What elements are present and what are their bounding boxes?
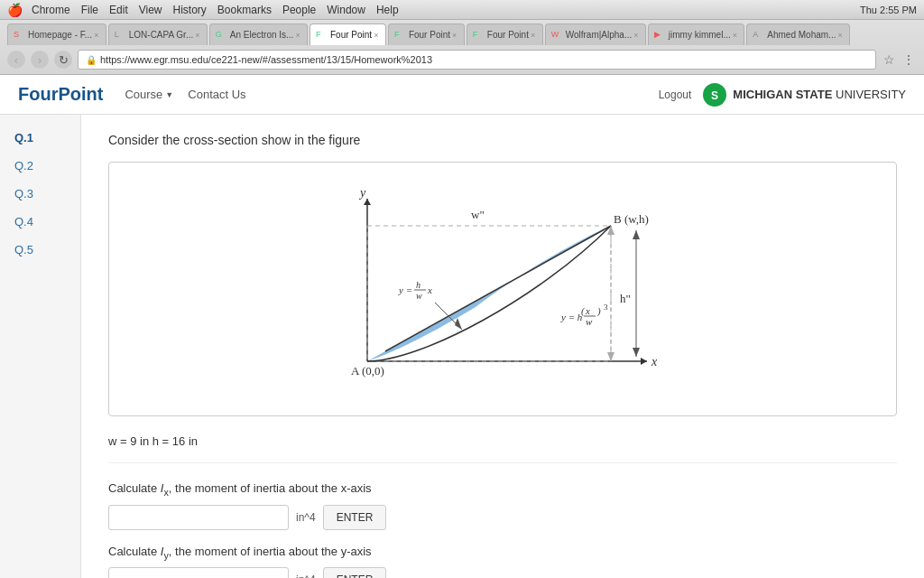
tab-label-electron: An Electron Is...	[230, 30, 294, 40]
msu-logo: S MICHIGAN STATE UNIVERSITY	[702, 82, 906, 107]
tab-label-homepage: Homepage - F...	[28, 30, 92, 40]
calc-ix-label: Calculate Ix, the moment of inertia abou…	[108, 481, 897, 498]
tab-label-fourpoint-2: Four Point	[409, 30, 450, 40]
tab-close-fourpoint-active[interactable]: ×	[372, 30, 380, 41]
help-menu[interactable]: Help	[376, 4, 399, 16]
apple-menu[interactable]: 🍎	[7, 3, 23, 17]
svg-text:y = h: y = h	[560, 312, 583, 322]
calc-iy-enter-button[interactable]: ENTER	[323, 567, 387, 578]
sidebar-item-q2[interactable]: Q.2	[0, 152, 80, 180]
tab-label-fourpoint-active: Four Point	[330, 30, 372, 40]
tab-favicon-fourpoint-2: F	[394, 30, 405, 41]
file-menu[interactable]: File	[81, 4, 98, 16]
svg-text:w: w	[416, 291, 422, 301]
system-status: Thu 2:55 PM	[860, 5, 917, 15]
tab-electron[interactable]: G An Electron Is... ×	[209, 23, 308, 45]
forward-button[interactable]: ›	[31, 51, 49, 69]
reload-button[interactable]: ↻	[54, 51, 72, 69]
calc-iy-input-row: in^4 ENTER	[108, 567, 897, 578]
title-bar: 🍎 Chrome File Edit View History Bookmark…	[0, 0, 924, 20]
fp-nav-course[interactable]: Course ▼	[117, 84, 180, 105]
tab-label-loncapa: LON-CAPA Gr...	[129, 30, 194, 40]
tab-fourpoint-2[interactable]: F Four Point ×	[388, 23, 465, 45]
tab-favicon-fourpoint-3: F	[473, 30, 484, 41]
bookmark-icon[interactable]: ☆	[882, 51, 897, 69]
tab-favicon-wolfram: W	[551, 30, 562, 41]
svg-text:): )	[596, 305, 601, 317]
fp-header: FourPoint Course ▼ Contact Us Logout S M…	[0, 75, 924, 115]
question-title: Consider the cross-section show in the f…	[108, 133, 897, 147]
fp-nav-contact[interactable]: Contact Us	[180, 84, 253, 105]
logout-button[interactable]: Logout	[659, 89, 692, 101]
clock: Thu 2:55 PM	[860, 5, 917, 15]
calc-iy-unit: in^4	[296, 573, 316, 578]
tab-close-ahmed[interactable]: ×	[836, 30, 844, 41]
tab-close-fourpoint-2[interactable]: ×	[450, 30, 458, 41]
dimensions-display: w = 9 in h = 16 in	[108, 434, 897, 463]
cross-section-figure: A (0,0) B (w,h) y x w" h" y =	[295, 181, 710, 397]
calc-ix-enter-button[interactable]: ENTER	[323, 505, 387, 530]
people-menu[interactable]: People	[282, 4, 316, 16]
tab-ahmed[interactable]: A Ahmed Moham... ×	[746, 23, 850, 45]
fp-nav-contact-label: Contact Us	[188, 88, 245, 101]
calc-iy-label-text: Calculate Iy, the moment of inertia abou…	[108, 545, 372, 558]
tab-close-fourpoint-3[interactable]: ×	[529, 30, 537, 41]
settings-icon[interactable]: ⋮	[901, 51, 917, 69]
tab-close-wolfram[interactable]: ×	[632, 30, 640, 41]
calc-iy-input[interactable]	[108, 567, 289, 578]
sidebar-item-q4[interactable]: Q.4	[0, 208, 80, 236]
tab-fourpoint-3[interactable]: F Four Point ×	[467, 23, 543, 45]
view-menu[interactable]: View	[139, 4, 162, 16]
tab-homepage[interactable]: S Homepage - F... ×	[7, 23, 106, 45]
svg-text:A (0,0): A (0,0)	[351, 364, 384, 378]
svg-marker-16	[607, 352, 614, 361]
history-menu[interactable]: History	[173, 4, 207, 16]
calc-ix-input[interactable]	[108, 505, 289, 530]
svg-text:S: S	[711, 89, 718, 102]
tab-favicon-electron: G	[216, 30, 226, 41]
svg-text:w": w"	[471, 208, 485, 221]
fp-header-right: Logout S MICHIGAN STATE UNIVERSITY	[659, 82, 906, 107]
fp-nav-course-label: Course	[125, 88, 162, 101]
bookmarks-menu[interactable]: Bookmarks	[217, 4, 272, 16]
tab-kimmel[interactable]: ▶ jimmy kimmel... ×	[648, 23, 744, 45]
address-text: https://www.egr.msu.edu/ce221-new/#/asse…	[100, 54, 432, 65]
svg-text:h": h"	[620, 292, 631, 305]
svg-marker-33	[633, 348, 640, 357]
back-button[interactable]: ‹	[7, 51, 25, 69]
tab-favicon-fourpoint-active: F	[316, 30, 327, 41]
nav-right-controls: ☆ ⋮	[882, 51, 917, 69]
tab-close-homepage[interactable]: ×	[92, 30, 100, 41]
main-content: Q.1 Q.2 Q.3 Q.4 Q.5 Consider the cross-s…	[0, 115, 924, 578]
sidebar-item-q3[interactable]: Q.3	[0, 180, 80, 208]
tab-close-electron[interactable]: ×	[293, 30, 301, 41]
address-bar[interactable]: 🔒 https://www.egr.msu.edu/ce221-new/#/as…	[78, 50, 876, 70]
tab-favicon-ahmed: A	[753, 30, 763, 41]
svg-text:h: h	[416, 280, 420, 290]
msu-text: MICHIGAN STATE UNIVERSITY	[733, 88, 906, 101]
sidebar-item-q1[interactable]: Q.1	[0, 124, 80, 152]
fp-logo-text: FourPoint	[18, 84, 103, 104]
browser-chrome: S Homepage - F... × L LON-CAPA Gr... × G…	[0, 20, 924, 75]
calc-ix-section: Calculate Ix, the moment of inertia abou…	[108, 481, 897, 530]
figure-box: A (0,0) B (w,h) y x w" h" y =	[108, 162, 897, 416]
svg-text:w: w	[586, 316, 593, 327]
window-menu[interactable]: Window	[327, 4, 365, 16]
fp-logo[interactable]: FourPoint	[18, 84, 103, 105]
svg-text:x: x	[651, 355, 658, 368]
svg-text:y: y	[358, 186, 366, 200]
tab-fourpoint-active[interactable]: F Four Point ×	[310, 23, 386, 45]
svg-marker-5	[364, 199, 371, 205]
chevron-down-icon: ▼	[165, 90, 173, 99]
tab-close-kimmel[interactable]: ×	[731, 30, 739, 41]
tab-close-loncapa[interactable]: ×	[193, 30, 201, 41]
tab-wolfram[interactable]: W Wolfram|Alpha... ×	[545, 23, 646, 45]
nav-bar: ‹ › ↻ 🔒 https://www.egr.msu.edu/ce221-ne…	[0, 45, 924, 74]
sidebar-item-q5-label: Q.5	[14, 243, 33, 256]
sidebar-item-q5[interactable]: Q.5	[0, 236, 80, 264]
svg-text:y =: y =	[398, 284, 412, 295]
chrome-menu[interactable]: Chrome	[32, 4, 70, 16]
tab-loncapa[interactable]: L LON-CAPA Gr... ×	[108, 23, 208, 45]
edit-menu[interactable]: Edit	[109, 4, 128, 16]
calc-ix-unit: in^4	[296, 511, 316, 524]
